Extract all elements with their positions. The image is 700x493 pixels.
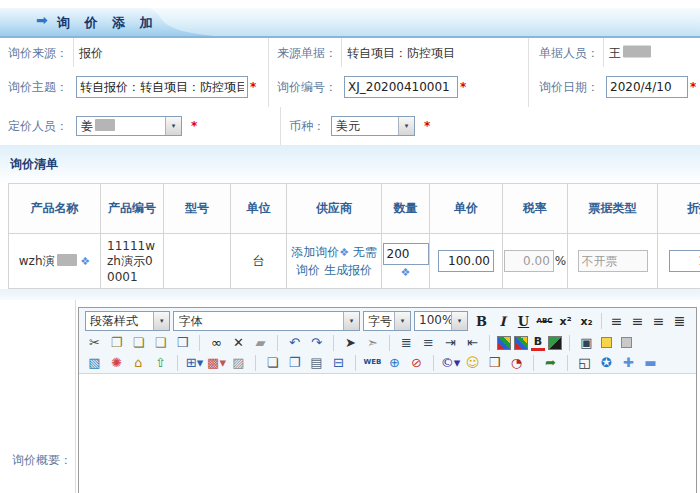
toolbar-separator [533, 355, 534, 371]
select-all-cursor-button[interactable]: ➤ [341, 334, 360, 351]
maximize-button[interactable]: ◱ [575, 354, 594, 371]
insert-form-button[interactable]: ▤ [307, 354, 326, 371]
paragraph-style-select[interactable]: 段落样式 ▾ [85, 311, 170, 331]
highlight-color-button[interactable] [514, 336, 528, 350]
insert-flash-button[interactable]: ✺ [107, 354, 126, 371]
inquiry-items-table: 产品名称 产品编号 型号 单位 供应商 数量 单价 税率 票据类型 折扣 wzh… [8, 183, 700, 289]
file-import-button[interactable]: ❐ [285, 354, 304, 371]
paste-text-button[interactable]: ❑ [151, 334, 170, 351]
send-back-button[interactable] [621, 337, 632, 348]
code-input[interactable] [344, 76, 458, 98]
paragraph-border-button[interactable]: ▣ [577, 334, 596, 351]
emoticon-button[interactable]: ☺ [463, 354, 482, 371]
find-button[interactable]: ∞ [207, 334, 226, 351]
date-input[interactable] [606, 76, 688, 98]
cell-model [164, 234, 231, 289]
align-justify-button[interactable]: ≣ [669, 312, 690, 330]
underline-button[interactable]: U [513, 312, 534, 330]
summary-content-area[interactable] [79, 373, 696, 493]
font-size-select[interactable]: 字号 ▾ [363, 311, 411, 331]
ordered-list-button[interactable]: ≣ [397, 334, 416, 351]
currency-select[interactable]: 美元 ▾ [331, 116, 415, 136]
source-page-button[interactable]: ❏ [263, 354, 282, 371]
cell-quantity: ❖ [382, 234, 430, 289]
table-properties-button[interactable]: ▩▾ [207, 354, 226, 371]
apply-quantity-icon[interactable]: ❖ [401, 266, 411, 279]
add-inquiry-link[interactable]: 添加询价 [291, 245, 339, 259]
unordered-list-button[interactable]: ≡ [419, 334, 438, 351]
unit-price-input[interactable] [438, 250, 494, 272]
editor-toolbar-row-3: ▧✺⌂⇧⊞▾▩▾▨❏❐▤⊟WEB⊕⊘©▾☺❒◔➦◱✪✚▬ [79, 353, 696, 373]
font-family-select[interactable]: 字体 ▾ [173, 311, 360, 331]
zoom-select[interactable]: 100% ▾ [414, 311, 468, 331]
date-label: 询价日期： [531, 79, 599, 96]
fill-color-button[interactable] [497, 336, 511, 350]
subject-input[interactable] [76, 76, 248, 98]
cell-invoice-type [568, 234, 658, 289]
font-family-caret-icon[interactable]: ▾ [343, 312, 359, 330]
delete-button[interactable]: ✕ [229, 334, 248, 351]
generate-quote-link[interactable]: 生成报价 [324, 263, 372, 277]
align-right-button[interactable]: ≡ [648, 312, 669, 330]
pricer-select-caret-icon[interactable]: ▾ [165, 117, 181, 135]
discount-input[interactable] [669, 250, 700, 272]
currency-select-caret-icon[interactable]: ▾ [398, 117, 414, 135]
paragraph-style-caret-icon[interactable]: ▾ [153, 312, 169, 330]
pricer-select[interactable]: 姜 ▾ [76, 116, 182, 136]
subscript-button[interactable]: x₂ [576, 312, 597, 330]
strikethrough-button[interactable]: ABC [534, 312, 555, 330]
font-size-caret-icon[interactable]: ▾ [394, 312, 410, 330]
col-header-discount: 折扣 [658, 184, 700, 234]
add-inquiry-icon[interactable]: ❖ [339, 246, 349, 259]
paste-word-button[interactable]: ❒ [173, 334, 192, 351]
cell-unit-price [430, 234, 503, 289]
summary-rich-text-editor: 段落样式 ▾ 字体 ▾ 字号 ▾ 100% ▾ BIUABCx²x₂≡≡≡≣ ✂… [78, 307, 697, 493]
format-buttons-group: BIUABCx²x₂≡≡≡≣ [471, 312, 690, 330]
italic-button[interactable]: I [492, 312, 513, 330]
hyperlink-button[interactable]: ⊕ [385, 354, 404, 371]
insert-image-button[interactable]: ▧ [85, 354, 104, 371]
erase-button[interactable]: ▰ [251, 334, 270, 351]
insert-time-button[interactable]: ◔ [507, 354, 526, 371]
insert-table-button[interactable]: ⊞▾ [185, 354, 204, 371]
select-partial-cursor-button[interactable]: ➣ [363, 334, 382, 351]
bring-front-button[interactable] [601, 337, 612, 348]
indent-button[interactable]: ⇥ [441, 334, 460, 351]
product-detail-icon[interactable]: ❖ [80, 255, 90, 268]
font-color-button[interactable]: B [531, 335, 545, 351]
paste-button[interactable]: ❏ [129, 334, 148, 351]
align-left-button[interactable]: ≡ [606, 312, 627, 330]
unlink-button[interactable]: ⊘ [407, 354, 426, 371]
inquiry-list-title: 询价清单 [10, 156, 58, 173]
collapse-button[interactable]: ▬ [641, 354, 660, 371]
insert-media-button[interactable]: ⌂ [129, 354, 148, 371]
upload-file-button[interactable]: ⇧ [151, 354, 170, 371]
preview-globe-button[interactable]: ✪ [597, 354, 616, 371]
cell-properties-button[interactable]: ▨ [229, 354, 248, 371]
source-doc-label: 来源单据： [271, 44, 337, 61]
paragraph-style-value: 段落样式 [86, 312, 153, 330]
align-center-button[interactable]: ≡ [627, 312, 648, 330]
outdent-button[interactable]: ⇤ [463, 334, 482, 351]
special-char-button[interactable]: ©▾ [441, 354, 460, 371]
expand-button[interactable]: ✚ [619, 354, 638, 371]
insert-diagram-button[interactable]: ❒ [485, 354, 504, 371]
bold-button[interactable]: B [471, 312, 492, 330]
cut-button[interactable]: ✂ [85, 334, 104, 351]
toolbar-separator [489, 335, 490, 351]
redo-button[interactable]: ↷ [307, 334, 326, 351]
zoom-caret-icon[interactable]: ▾ [451, 312, 467, 330]
undo-button[interactable]: ↶ [285, 334, 304, 351]
web-link-button[interactable]: WEB [363, 354, 382, 371]
col-header-invoice-type: 票据类型 [568, 184, 658, 234]
insert-field-button[interactable]: ⊟ [329, 354, 348, 371]
invoice-type-input[interactable] [578, 250, 648, 272]
quantity-input[interactable] [383, 243, 429, 265]
export-button[interactable]: ➦ [541, 354, 560, 371]
copy-button[interactable]: ❐ [107, 334, 126, 351]
toolbar-separator [355, 355, 356, 371]
tax-rate-input[interactable] [504, 250, 554, 272]
gradient-button[interactable] [548, 336, 562, 350]
superscript-button[interactable]: x² [555, 312, 576, 330]
col-header-product-name: 产品名称 [9, 184, 101, 234]
